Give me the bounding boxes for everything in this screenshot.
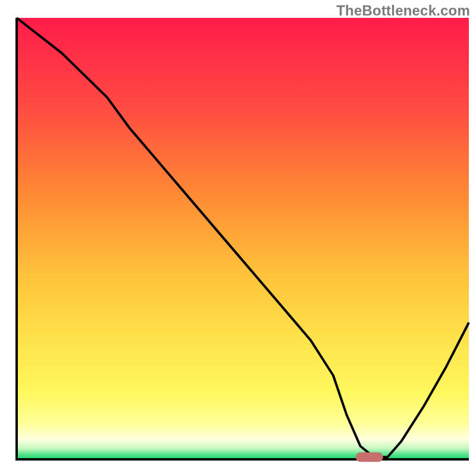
attribution-text: TheBottleneck.com [336, 2, 470, 19]
optimum-marker [356, 452, 383, 462]
plot-background [17, 18, 469, 459]
bottleneck-chart [0, 0, 476, 476]
